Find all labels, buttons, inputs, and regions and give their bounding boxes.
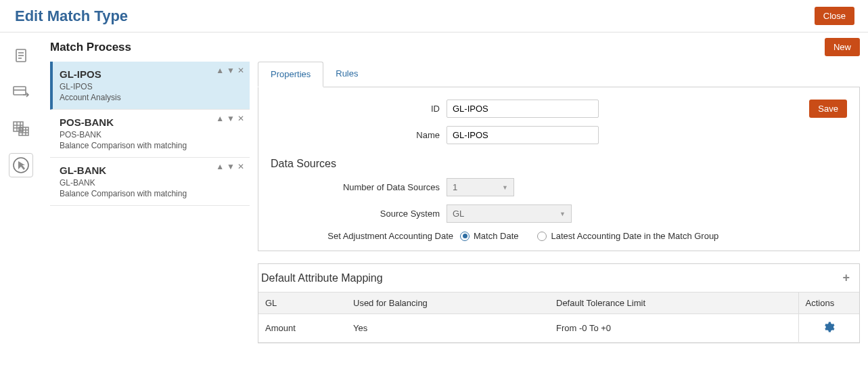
mapping-table: GL Used for Balancing Default Tolerance …	[258, 292, 859, 343]
move-up-icon[interactable]: ▲	[216, 66, 224, 75]
page-header: Edit Match Type Close	[0, 0, 868, 32]
data-sources-title: Data Sources	[271, 158, 847, 170]
num-ds-value: 1	[453, 182, 457, 192]
move-up-icon[interactable]: ▲	[216, 162, 224, 171]
match-process-title: Match Process	[50, 41, 131, 54]
chevron-down-icon: ▼	[559, 211, 566, 217]
gear-icon[interactable]	[806, 321, 853, 333]
num-ds-select[interactable]: 1 ▼	[447, 178, 514, 196]
chevron-down-icon: ▼	[502, 184, 508, 191]
tab-properties[interactable]: Properties	[258, 62, 323, 87]
process-item-detail: Account Analysis	[60, 93, 242, 102]
source-system-value: GL	[453, 209, 464, 219]
process-item-sub: POS-BANK	[60, 130, 242, 139]
tab-rules[interactable]: Rules	[323, 62, 370, 87]
col-balancing: Used for Balancing	[346, 292, 549, 314]
radio-match-date[interactable]: Match Date	[460, 231, 518, 241]
transfer-icon[interactable]	[9, 80, 33, 104]
id-label: ID	[271, 104, 440, 114]
radio-label: Match Date	[474, 231, 518, 241]
move-down-icon[interactable]: ▼	[227, 66, 235, 75]
source-system-label: Source System	[271, 209, 440, 219]
cell-gl: Amount	[258, 314, 346, 343]
col-actions: Actions	[798, 292, 859, 314]
cell-balancing: Yes	[346, 314, 549, 343]
process-item-pos-bank[interactable]: ▲ ▼ ✕ POS-BANK POS-BANK Balance Comparis…	[50, 110, 250, 158]
process-list: ▲ ▼ ✕ GL-IPOS GL-IPOS Account Analysis ▲…	[50, 62, 250, 343]
left-icon-sidebar	[0, 32, 42, 351]
move-down-icon[interactable]: ▼	[227, 162, 235, 171]
col-tolerance: Default Tolerance Limit	[549, 292, 798, 314]
id-field[interactable]	[447, 100, 599, 118]
process-item-detail: Balance Comparison with matching	[60, 189, 242, 198]
close-button[interactable]: Close	[815, 7, 854, 25]
default-attribute-mapping: Default Attribute Mapping + GL Used for …	[258, 263, 860, 343]
delete-icon[interactable]: ✕	[237, 66, 244, 75]
col-gl: GL	[258, 292, 346, 314]
grid-icon[interactable]	[9, 116, 33, 141]
name-field[interactable]	[447, 126, 599, 144]
process-item-title: GL-IPOS	[60, 68, 242, 80]
process-item-gl-bank[interactable]: ▲ ▼ ✕ GL-BANK GL-BANK Balance Comparison…	[50, 158, 250, 206]
move-down-icon[interactable]: ▼	[227, 114, 235, 123]
name-label: Name	[271, 130, 440, 140]
num-ds-label: Number of Data Sources	[271, 182, 440, 192]
process-item-sub: GL-IPOS	[60, 82, 242, 91]
table-row: Amount Yes From -0 To +0	[258, 314, 859, 343]
process-item-gl-ipos[interactable]: ▲ ▼ ✕ GL-IPOS GL-IPOS Account Analysis	[50, 62, 250, 110]
process-item-sub: GL-BANK	[60, 178, 242, 188]
svg-rect-4	[14, 87, 26, 95]
page-title: Edit Match Type	[15, 7, 128, 25]
process-item-title: GL-BANK	[60, 165, 242, 176]
radio-icon	[537, 232, 547, 241]
radio-icon	[460, 232, 470, 241]
process-item-title: POS-BANK	[60, 116, 242, 128]
radio-label: Latest Accounting Date in the Match Grou…	[551, 231, 718, 241]
cursor-icon[interactable]	[9, 153, 33, 177]
mapping-title: Default Attribute Mapping	[261, 272, 383, 284]
adj-date-label: Set Adjustment Accounting Date	[284, 231, 453, 241]
move-up-icon[interactable]: ▲	[216, 114, 224, 123]
delete-icon[interactable]: ✕	[237, 162, 244, 171]
tab-bar: Properties Rules	[258, 62, 860, 87]
delete-icon[interactable]: ✕	[237, 114, 244, 123]
add-mapping-icon[interactable]: +	[842, 271, 850, 285]
cell-tolerance: From -0 To +0	[549, 314, 798, 343]
process-item-detail: Balance Comparison with matching	[60, 141, 242, 150]
radio-latest-date[interactable]: Latest Accounting Date in the Match Grou…	[537, 231, 718, 241]
save-button[interactable]: Save	[809, 100, 847, 118]
source-system-select[interactable]: GL ▼	[447, 204, 572, 223]
document-icon[interactable]	[9, 43, 33, 68]
new-button[interactable]: New	[825, 38, 860, 56]
